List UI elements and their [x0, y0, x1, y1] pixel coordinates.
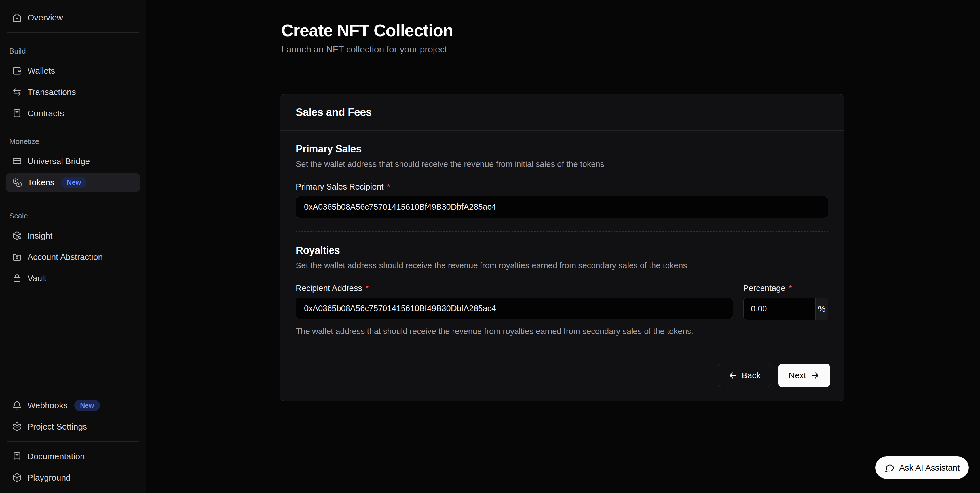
required-asterisk: *: [789, 284, 792, 293]
royalties-percentage-field: Percentage * %: [743, 271, 828, 320]
arrow-left-icon: [728, 371, 737, 380]
sidebar-divider: [6, 197, 139, 198]
royalties-section: Royalties Set the wallet address should …: [280, 232, 844, 336]
card-footer: Back Next: [280, 350, 844, 401]
sidebar-item-label: Playground: [27, 473, 71, 482]
back-button-label: Back: [742, 371, 761, 380]
sidebar-item-contracts[interactable]: Contracts: [6, 104, 140, 122]
page-subtitle: Launch an NFT collection for your projec…: [281, 44, 980, 55]
account-abstraction-icon: [12, 252, 22, 262]
card-title: Sales and Fees: [296, 106, 828, 119]
primary-sales-heading: Primary Sales: [296, 143, 828, 155]
page-title: Create NFT Collection: [281, 21, 980, 40]
cube-icon: [12, 473, 22, 482]
royalties-helper-text: The wallet address that should receive t…: [296, 326, 828, 336]
arrow-right-icon: [811, 371, 820, 380]
sidebar-item-transactions[interactable]: Transactions: [6, 83, 140, 101]
sidebar-item-tokens[interactable]: Tokens New: [6, 173, 140, 192]
required-asterisk: *: [366, 284, 369, 293]
required-asterisk: *: [387, 182, 390, 192]
percentage-input[interactable]: [743, 298, 815, 320]
percent-suffix: %: [815, 298, 828, 320]
sidebar-item-universal-bridge[interactable]: Universal Bridge: [6, 152, 140, 170]
main-content: Create NFT Collection Launch an NFT coll…: [146, 0, 980, 493]
sidebar-item-vault[interactable]: Vault: [6, 269, 140, 287]
sidebar-item-label: Account Abstraction: [27, 252, 103, 262]
primary-sales-description: Set the wallet address that should recei…: [296, 159, 828, 169]
sidebar-item-label: Project Settings: [27, 422, 87, 431]
sidebar-item-wallets[interactable]: Wallets: [6, 62, 140, 80]
sidebar-spacer: [6, 287, 140, 396]
sidebar-item-account-abstraction[interactable]: Account Abstraction: [6, 248, 140, 266]
primary-sales-recipient-label: Primary Sales Recipient *: [296, 182, 828, 192]
sidebar-item-webhooks[interactable]: Webhooks New: [6, 396, 140, 415]
wallet-icon: [12, 66, 22, 76]
bell-icon: [12, 401, 22, 410]
sidebar-item-label: Wallets: [27, 66, 55, 76]
tokens-icon: [12, 178, 22, 187]
royalties-fields-row: Recipient Address * Percentage * %: [296, 271, 828, 320]
royalties-heading: Royalties: [296, 244, 828, 257]
sidebar-divider: [6, 32, 139, 33]
sidebar-item-label: Contracts: [27, 108, 64, 118]
new-badge: New: [61, 177, 86, 188]
recipient-address-input[interactable]: [296, 298, 733, 319]
chat-bubble-icon: [885, 463, 895, 473]
percentage-input-group: %: [743, 298, 828, 320]
ask-ai-assistant-label: Ask AI Assistant: [899, 463, 959, 472]
vault-icon: [12, 273, 22, 283]
sidebar-item-overview[interactable]: Overview: [6, 8, 140, 27]
royalties-description: Set the wallet address should receive th…: [296, 260, 828, 271]
back-button[interactable]: Back: [718, 364, 771, 387]
sidebar-item-project-settings[interactable]: Project Settings: [6, 418, 140, 436]
new-badge: New: [74, 400, 100, 411]
next-button[interactable]: Next: [778, 364, 830, 387]
sidebar-item-label: Tokens: [27, 178, 54, 187]
home-icon: [12, 13, 22, 22]
sidebar-item-label: Vault: [27, 273, 46, 283]
recipient-address-label: Recipient Address *: [296, 284, 733, 293]
page-header: Create NFT Collection Launch an NFT coll…: [146, 4, 980, 74]
sidebar-item-label: Transactions: [27, 87, 76, 97]
book-icon: [12, 452, 22, 461]
sidebar-section-monetize: Monetize: [6, 137, 140, 146]
sidebar-section-scale: Scale: [6, 212, 140, 220]
sidebar-item-label: Insight: [27, 231, 52, 241]
sales-and-fees-card: Sales and Fees Primary Sales Set the wal…: [280, 94, 845, 401]
sidebar-item-label: Universal Bridge: [27, 156, 90, 166]
primary-sales-recipient-input[interactable]: [296, 196, 828, 218]
ask-ai-assistant-button[interactable]: Ask AI Assistant: [875, 457, 969, 479]
bridge-icon: [12, 156, 22, 166]
sidebar-item-label: Documentation: [27, 452, 85, 461]
sidebar-item-documentation[interactable]: Documentation: [6, 447, 140, 466]
sidebar-section-build: Build: [6, 47, 140, 55]
card-header: Sales and Fees: [280, 94, 844, 131]
sidebar-item-playground[interactable]: Playground: [6, 469, 140, 487]
insight-icon: [12, 231, 22, 241]
next-button-label: Next: [789, 371, 806, 380]
percentage-label: Percentage *: [743, 284, 828, 293]
primary-sales-section: Primary Sales Set the wallet address tha…: [280, 131, 844, 232]
contract-icon: [12, 108, 22, 118]
sidebar-divider: [6, 441, 139, 442]
royalties-recipient-field: Recipient Address *: [296, 271, 733, 320]
sidebar-item-insight[interactable]: Insight: [6, 227, 140, 245]
gear-icon: [12, 422, 22, 431]
sidebar-item-label: Overview: [27, 13, 63, 22]
sidebar: Overview Build Wallets Transactions Cont…: [0, 0, 146, 493]
sidebar-item-label: Webhooks: [27, 401, 67, 410]
transactions-icon: [12, 87, 22, 97]
